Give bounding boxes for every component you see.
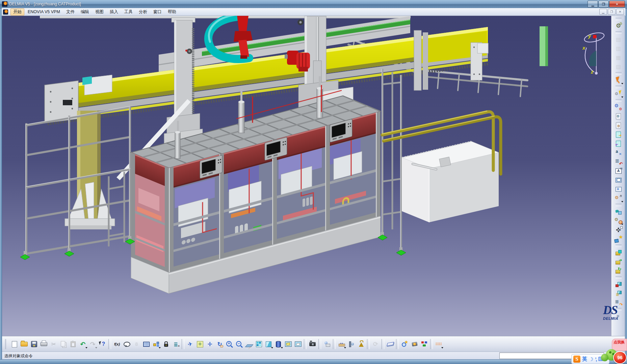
- doc-export-icon[interactable]: [613, 130, 624, 139]
- formula-fx-icon[interactable]: [112, 339, 122, 349]
- gear-eye-icon[interactable]: [613, 216, 624, 225]
- menu-item-7[interactable]: 分析: [136, 8, 150, 16]
- ime-language-toggle[interactable]: 英: [582, 356, 587, 362]
- toolbar-separator: [182, 339, 184, 349]
- camera-capture-icon[interactable]: [308, 339, 317, 349]
- annotation-bubble-icon[interactable]: [122, 339, 132, 349]
- eraser-icon[interactable]: [385, 339, 395, 349]
- zoom-in-icon[interactable]: [225, 339, 234, 349]
- menu-item-5[interactable]: 插入: [107, 8, 121, 16]
- window-overlay-icon[interactable]: [613, 175, 624, 185]
- sogou-logo-icon[interactable]: S: [573, 356, 580, 363]
- star-hand-icon[interactable]: [613, 234, 624, 244]
- menu-item-8[interactable]: 窗口: [151, 8, 164, 16]
- normal-view-icon[interactable]: [244, 339, 254, 349]
- shade-cylinder-icon[interactable]: [273, 339, 283, 349]
- ime-fullhalf-icon[interactable]: ☽: [589, 356, 593, 362]
- gears-cluster-icon[interactable]: [613, 103, 624, 112]
- sim-sphere-icon[interactable]: [322, 339, 332, 349]
- viewport-3d[interactable]: x y z: [2, 16, 611, 336]
- mdi-close-button[interactable]: ✕: [616, 9, 624, 15]
- title-bar[interactable]: DELMIA V5 - [zongzhuang.CATProduct] ▁ ❐ …: [0, 0, 627, 8]
- machine-loop-icon[interactable]: [613, 266, 624, 275]
- search-star-icon[interactable]: [400, 339, 410, 349]
- doc-import-icon[interactable]: [613, 139, 624, 148]
- machine-cyan-icon[interactable]: [613, 248, 624, 257]
- toolbar-separator: [616, 245, 622, 247]
- fly-mode-icon[interactable]: [185, 339, 195, 349]
- print-icon[interactable]: [39, 339, 49, 349]
- mdi-restore-button[interactable]: ❐: [608, 9, 616, 15]
- menu-item-9[interactable]: 帮助: [165, 8, 179, 16]
- menu-item-0[interactable]: 开始: [10, 8, 24, 16]
- smart-pick-icon[interactable]: [613, 89, 624, 98]
- knowledge-pattern-icon[interactable]: [434, 339, 444, 349]
- machine-arrow-icon[interactable]: [613, 257, 624, 266]
- design-table-icon[interactable]: [141, 339, 151, 349]
- viewport-canvas: x y z: [2, 16, 611, 336]
- iso-cube-icon[interactable]: [264, 339, 273, 349]
- zoom-out-icon[interactable]: [234, 339, 244, 349]
- macro-doc-gear-icon[interactable]: [613, 112, 624, 121]
- paste-icon[interactable]: [68, 339, 78, 349]
- list-undo-icon[interactable]: [613, 157, 624, 166]
- view-thumb-b-icon[interactable]: [293, 339, 303, 349]
- cut-icon[interactable]: [49, 339, 58, 349]
- robot-stack-icon[interactable]: [613, 289, 624, 298]
- ime-punctuation-icon[interactable]: ’,: [595, 357, 596, 362]
- menu-item-4[interactable]: 视图: [93, 8, 106, 16]
- new-file-icon[interactable]: [9, 339, 19, 349]
- redo-icon[interactable]: [88, 339, 98, 349]
- face-gears-n-icon[interactable]: [613, 194, 624, 203]
- toolbar-separator: [616, 31, 622, 34]
- toolbar-grip[interactable]: [5, 339, 8, 349]
- undo-icon[interactable]: [78, 339, 88, 349]
- fit-all-icon[interactable]: [195, 339, 205, 349]
- view-thumb-a-icon[interactable]: [283, 339, 293, 349]
- projector-icon[interactable]: [410, 339, 419, 349]
- close-button[interactable]: ✕: [609, 1, 625, 7]
- pan-icon[interactable]: [205, 339, 215, 349]
- select-arrow-icon[interactable]: [613, 76, 624, 85]
- ppr-resource-icon[interactable]: [613, 53, 624, 62]
- quad-view-icon[interactable]: [254, 339, 264, 349]
- layer-filter-icon[interactable]: [171, 339, 181, 349]
- ppr-process-icon[interactable]: [613, 44, 624, 53]
- mass-properties-icon[interactable]: [356, 339, 366, 349]
- menu-item-2[interactable]: 文件: [63, 8, 77, 16]
- model-green-bar: [540, 26, 548, 66]
- macro-doc-gear2-icon[interactable]: [613, 121, 624, 130]
- frame-text-icon[interactable]: [613, 166, 624, 175]
- measure-item-icon[interactable]: [346, 339, 356, 349]
- score-badge[interactable]: 96: [613, 351, 627, 364]
- annotation-x-icon[interactable]: [613, 148, 624, 157]
- ds-logo-text: DS: [603, 304, 627, 316]
- link-chain-icon[interactable]: [132, 339, 141, 349]
- toolbar-separator: [318, 339, 321, 349]
- measure-between-icon[interactable]: [337, 339, 346, 349]
- minimize-button[interactable]: ▁: [587, 1, 598, 7]
- open-folder-icon[interactable]: [19, 339, 29, 349]
- workbench-gears-icon[interactable]: [613, 21, 624, 30]
- ppr-items-icon[interactable]: [613, 62, 624, 71]
- menu-item-1[interactable]: ENOVIA V5 VPM: [25, 9, 63, 15]
- update-spiral-icon[interactable]: [371, 339, 381, 349]
- ppr-product-icon[interactable]: [613, 35, 624, 44]
- hand-box-icon[interactable]: [613, 207, 624, 216]
- document-icon[interactable]: [3, 9, 8, 15]
- colored-parts-icon[interactable]: [419, 339, 429, 349]
- copy-icon[interactable]: [58, 339, 68, 349]
- robot-cube-icon[interactable]: [613, 280, 624, 289]
- save-icon[interactable]: [29, 339, 39, 349]
- mdi-minimize-button[interactable]: ▁: [599, 9, 607, 15]
- rotate-view-icon[interactable]: [215, 339, 225, 349]
- maximize-button[interactable]: ❐: [598, 1, 609, 7]
- node-diagram-icon[interactable]: [151, 339, 161, 349]
- window-tree-icon[interactable]: [613, 185, 624, 194]
- lock-icon[interactable]: [161, 339, 171, 349]
- menu-item-3[interactable]: 编辑: [78, 8, 92, 16]
- move-cross-icon[interactable]: [613, 225, 624, 234]
- context-help-icon[interactable]: [98, 339, 107, 349]
- menu-item-6[interactable]: 工具: [122, 8, 135, 16]
- toolbar-separator: [108, 339, 111, 349]
